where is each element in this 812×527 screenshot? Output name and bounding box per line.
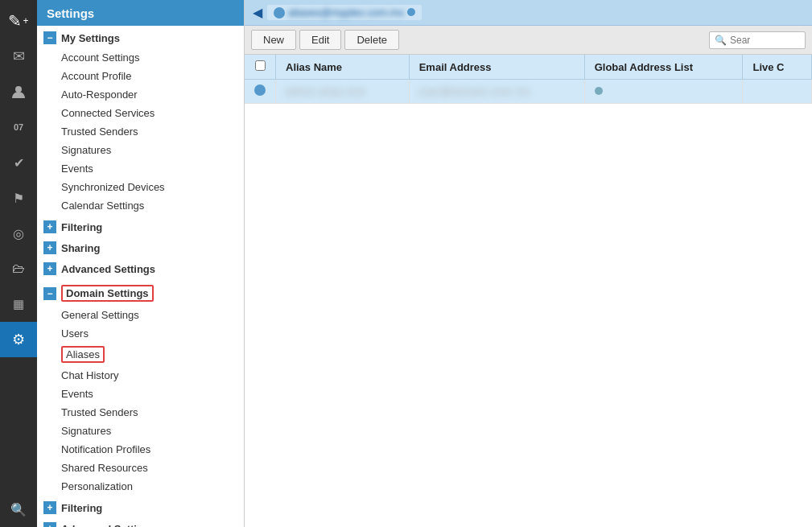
main-content: ◀ aliases@myplex.com.mx New Edit Delete … bbox=[245, 0, 812, 527]
sidebar-item-shared-resources[interactable]: Shared Resources bbox=[37, 459, 244, 477]
breadcrumb-extra-dot bbox=[407, 6, 415, 19]
sidebar-item-personalization[interactable]: Personalization bbox=[37, 477, 244, 496]
contacts-nav-item[interactable] bbox=[0, 74, 37, 109]
collapse-my-settings-icon: − bbox=[43, 31, 56, 44]
breadcrumb-text: aliases@myplex.com.mx bbox=[288, 6, 404, 19]
collapse-domain-icon: − bbox=[43, 287, 56, 300]
col-live-c: Live C bbox=[743, 55, 812, 80]
my-settings-section: − My Settings Account Settings Account P… bbox=[37, 26, 244, 216]
mail-nav-item[interactable]: ✉ bbox=[0, 39, 37, 74]
sidebar-item-domain-trusted-senders[interactable]: Trusted Senders bbox=[37, 403, 244, 422]
sidebar-title: Settings bbox=[47, 6, 94, 20]
main-header: ◀ aliases@myplex.com.mx bbox=[245, 0, 812, 26]
domain-filtering-group[interactable]: + Filtering bbox=[37, 497, 244, 518]
domain-advanced-group[interactable]: + Advanced Settings bbox=[37, 518, 244, 527]
table-area: Alias Name Email Address Global Address … bbox=[245, 55, 812, 527]
my-settings-group[interactable]: − My Settings bbox=[37, 27, 244, 48]
tasks-nav-item[interactable]: ✔ bbox=[0, 145, 37, 180]
row-checkbox-cell bbox=[245, 80, 276, 104]
domain-settings-label-text: Domain Settings bbox=[61, 285, 154, 302]
edit-button[interactable]: Edit bbox=[299, 30, 341, 50]
sidebar-item-signatures[interactable]: Signatures bbox=[37, 141, 244, 159]
back-nav-icon[interactable]: ◀ bbox=[253, 5, 262, 20]
new-button[interactable]: New bbox=[251, 30, 296, 50]
sidebar-item-account-profile[interactable]: Account Profile bbox=[37, 67, 244, 85]
expand-domain-advanced-icon: + bbox=[43, 522, 56, 527]
col-global-address-list: Global Address List bbox=[584, 55, 743, 80]
notes-nav-item[interactable]: ⚑ bbox=[0, 180, 37, 216]
sidebar-item-general-settings[interactable]: General Settings bbox=[37, 306, 244, 324]
sidebar-item-chat-history[interactable]: Chat History bbox=[37, 366, 244, 385]
advanced-settings-group[interactable]: + Advanced Settings bbox=[37, 258, 244, 279]
row-live-c bbox=[743, 80, 812, 104]
sidebar: Settings − My Settings Account Settings … bbox=[37, 0, 245, 527]
col-checkbox bbox=[245, 55, 276, 80]
aliases-label: Aliases bbox=[61, 346, 105, 363]
sidebar-item-auto-responder[interactable]: Auto-Responder bbox=[37, 85, 244, 104]
advanced-settings-label: Advanced Settings bbox=[61, 263, 155, 275]
expand-sharing-icon: + bbox=[43, 241, 56, 254]
domain-settings-section: − Domain Settings General Settings Users… bbox=[37, 279, 244, 497]
sidebar-item-domain-events[interactable]: Events bbox=[37, 385, 244, 403]
search-box: 🔍 bbox=[709, 31, 806, 49]
delete-button[interactable]: Delete bbox=[344, 30, 399, 50]
search-toolbar-icon: 🔍 bbox=[715, 35, 727, 46]
row-email-address: user@domain.com mx bbox=[409, 80, 584, 104]
icon-nav: ✎+ ✉ 07 ✔ ⚑ ◎ 🗁 ▦ ⚙ 🔍 bbox=[0, 0, 37, 527]
calendar-nav-item[interactable]: 07 bbox=[0, 109, 37, 145]
search-input[interactable] bbox=[730, 35, 794, 46]
col-email-address: Email Address bbox=[409, 55, 584, 80]
sidebar-item-aliases[interactable]: Aliases bbox=[37, 343, 244, 366]
settings-nav-item[interactable]: ⚙ bbox=[0, 322, 37, 357]
sidebar-item-domain-signatures[interactable]: Signatures bbox=[37, 422, 244, 440]
sharing-label: Sharing bbox=[61, 242, 100, 254]
aliases-table: Alias Name Email Address Global Address … bbox=[245, 55, 812, 104]
reports-nav-item[interactable]: ▦ bbox=[0, 286, 37, 322]
table-row[interactable]: admin.alias.one user@domain.com mx bbox=[245, 80, 812, 104]
sidebar-item-notification-profiles[interactable]: Notification Profiles bbox=[37, 440, 244, 459]
toolbar: New Edit Delete 🔍 bbox=[245, 26, 812, 55]
row-global-address bbox=[584, 80, 743, 104]
row-indicator-icon bbox=[254, 84, 266, 96]
sidebar-item-trusted-senders[interactable]: Trusted Senders bbox=[37, 122, 244, 141]
breadcrumb-dot-icon bbox=[274, 7, 285, 19]
row-alias-name: admin.alias.one bbox=[276, 80, 410, 104]
sidebar-item-events[interactable]: Events bbox=[37, 159, 244, 178]
expand-filtering-icon: + bbox=[43, 220, 56, 233]
breadcrumb: aliases@myplex.com.mx bbox=[267, 5, 422, 20]
select-all-checkbox[interactable] bbox=[255, 60, 266, 71]
email-blurred: user@domain.com mx bbox=[419, 86, 530, 97]
expand-advanced-icon: + bbox=[43, 262, 56, 275]
alias-name-blurred: admin.alias.one bbox=[286, 86, 365, 97]
sharing-group[interactable]: + Sharing bbox=[37, 237, 244, 258]
svg-point-0 bbox=[15, 86, 22, 93]
filtering-group[interactable]: + Filtering bbox=[37, 216, 244, 237]
search-nav-item[interactable]: 🔍 bbox=[0, 492, 37, 527]
domain-advanced-label: Advanced Settings bbox=[61, 523, 155, 528]
filtering-label: Filtering bbox=[61, 221, 102, 233]
global-address-dot-icon bbox=[595, 87, 603, 95]
my-settings-label: My Settings bbox=[61, 32, 120, 44]
rss-nav-item[interactable]: ◎ bbox=[0, 216, 37, 251]
table-header-row: Alias Name Email Address Global Address … bbox=[245, 55, 812, 80]
expand-domain-filtering-icon: + bbox=[43, 501, 56, 514]
domain-filtering-label: Filtering bbox=[61, 502, 102, 514]
sidebar-item-calendar-settings[interactable]: Calendar Settings bbox=[37, 196, 244, 215]
domain-settings-group[interactable]: − Domain Settings bbox=[37, 281, 244, 306]
sidebar-item-account-settings[interactable]: Account Settings bbox=[37, 48, 244, 67]
col-alias-name: Alias Name bbox=[276, 55, 410, 80]
compose-nav-item[interactable]: ✎+ bbox=[0, 3, 37, 39]
sidebar-header: Settings bbox=[37, 0, 244, 26]
sidebar-item-connected-services[interactable]: Connected Services bbox=[37, 104, 244, 122]
sidebar-item-synchronized-devices[interactable]: Synchronized Devices bbox=[37, 178, 244, 196]
sidebar-item-users[interactable]: Users bbox=[37, 324, 244, 343]
files-nav-item[interactable]: 🗁 bbox=[0, 251, 37, 286]
